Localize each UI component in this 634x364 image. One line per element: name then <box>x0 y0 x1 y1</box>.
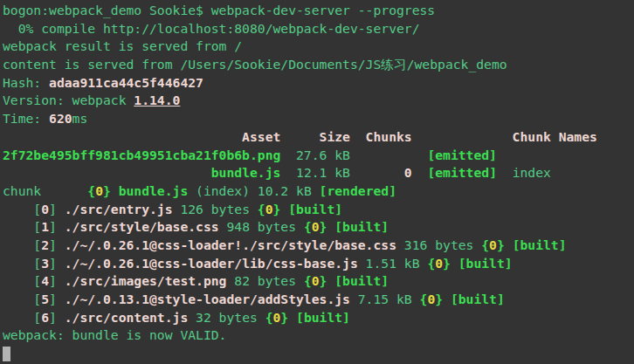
terminal-text-segment: index <box>513 165 551 180</box>
terminal-text-segment <box>350 165 404 180</box>
terminal-text-segment: [ <box>3 202 41 216</box>
terminal-text-segment: } <box>443 256 451 271</box>
terminal-line <box>3 345 634 363</box>
terminal-text-segment: 1.51 kB <box>358 256 428 271</box>
terminal-text-segment: 0 <box>435 256 443 271</box>
terminal-text-segment: Time: <box>3 111 49 126</box>
terminal-text-segment: [ <box>3 256 41 271</box>
terminal-text-segment: [emitted] <box>427 165 497 180</box>
terminal-line: content is served from /Users/Sookie/Doc… <box>3 56 634 74</box>
terminal-text-segment: 620 <box>49 111 72 126</box>
terminal-text-segment: } <box>497 237 505 252</box>
terminal-text-segment: 0 <box>427 292 435 306</box>
terminal-text-segment: chunk <box>3 183 87 198</box>
terminal-text-segment <box>327 273 334 288</box>
terminal-text-segment: 1.14.0 <box>134 93 180 107</box>
terminal-text-segment: 4 <box>41 273 49 288</box>
terminal-text-segment: bogon:webpack_demo Sookie$ webpack-dev-s… <box>3 3 435 17</box>
terminal-text-segment: { <box>304 219 312 234</box>
terminal-text-segment: ./~/.0.13.1@style-loader/addStyles.js <box>65 292 350 306</box>
terminal-text-segment: [ <box>3 310 41 325</box>
terminal-text-segment <box>350 148 427 162</box>
terminal-text-segment: { <box>481 237 489 252</box>
terminal-window[interactable]: bogon:webpack_demo Sookie$ webpack-dev-s… <box>0 0 634 364</box>
terminal-text-segment: ] <box>49 273 65 288</box>
terminal-text-segment: 82 bytes <box>226 273 303 288</box>
terminal-text-segment: { <box>427 256 435 271</box>
terminal-text-segment: 27.6 kB <box>280 148 350 162</box>
terminal-text-segment: 12.1 kB <box>280 165 350 180</box>
terminal-text-segment: } <box>103 183 111 198</box>
terminal-text-segment <box>505 237 513 252</box>
terminal-text-segment <box>288 310 296 325</box>
terminal-cursor <box>3 347 10 361</box>
terminal-line: 0% compile http://localhost:8080/webpack… <box>3 20 634 38</box>
terminal-text-segment <box>443 292 451 306</box>
terminal-text-segment: 1 <box>41 219 49 234</box>
terminal-text-segment <box>327 219 334 234</box>
terminal-text-segment: } <box>280 310 288 325</box>
terminal-text-segment: ] <box>49 219 65 234</box>
terminal-text-segment: [ <box>3 292 41 306</box>
terminal-text-segment: [ <box>3 273 41 288</box>
terminal-text-segment: ms <box>72 111 88 126</box>
terminal-text-segment: webpack result is served from / <box>3 38 242 53</box>
terminal-text-segment: adaa911ca44c5f446427 <box>49 75 203 90</box>
terminal-text-segment: 0% compile http://localhost:8080/webpack… <box>3 21 420 36</box>
terminal-text-segment: Asset Size Chunks Chunk Names <box>3 129 597 144</box>
terminal-text-segment: ./src/style/base.css <box>65 219 219 234</box>
terminal-line: webpack: bundle is now VALID. <box>3 326 634 345</box>
terminal-line: Hash: adaa911ca44c5f446427 <box>3 74 634 93</box>
terminal-text-segment: 3 <box>41 256 49 271</box>
terminal-text-segment: Hash: <box>3 75 49 90</box>
terminal-line: [3] ./~/.0.26.1@css-loader/lib/css-base.… <box>3 255 634 273</box>
terminal-line: [1] ./src/style/base.css 948 bytes {0} [… <box>3 218 634 237</box>
terminal-text-segment: ] <box>49 237 65 252</box>
terminal-text-segment: [emitted] <box>427 148 497 162</box>
terminal-text-segment: 32 bytes <box>188 310 265 325</box>
terminal-text-segment: 0 <box>312 219 320 234</box>
terminal-text-segment: 0 <box>265 202 273 216</box>
terminal-text-segment: bundle.js <box>211 165 281 180</box>
terminal-text-segment: 0 <box>404 165 412 180</box>
terminal-text-segment: ] <box>49 310 65 325</box>
terminal-text-segment: [built] <box>334 219 389 234</box>
terminal-line: bundle.js 12.1 kB 0 [emitted] index <box>3 164 634 182</box>
terminal-line: bogon:webpack_demo Sookie$ webpack-dev-s… <box>3 2 634 20</box>
terminal-text-segment: [built] <box>451 292 505 306</box>
terminal-text-segment: 5 <box>41 292 49 306</box>
terminal-text-segment: 7.15 kB <box>350 292 420 306</box>
terminal-text-segment: [built] <box>513 237 567 252</box>
terminal-text-segment: (index) 10.2 kB <box>188 183 319 198</box>
terminal-text-segment: [built] <box>288 202 342 216</box>
terminal-text-segment <box>3 165 211 180</box>
terminal-line: 2f72be495bff981cb49951cba21f0b6b.png 27.… <box>3 147 634 165</box>
terminal-text-segment: 0 <box>489 237 497 252</box>
terminal-text-segment: Version: webpack <box>3 93 134 107</box>
terminal-text-segment: ./src/content.js <box>65 310 188 325</box>
terminal-text-segment: 6 <box>41 310 49 325</box>
terminal-line: Time: 620ms <box>3 110 634 128</box>
terminal-text-segment: ./~/.0.26.1@css-loader/lib/css-base.js <box>65 256 358 271</box>
terminal-line: [0] ./src/entry.js 126 bytes {0} [built] <box>3 201 634 219</box>
terminal-line: Version: webpack 1.14.0 <box>3 92 634 110</box>
terminal-text-segment: { <box>265 310 273 325</box>
terminal-text-segment: webpack: bundle is now VALID. <box>3 327 226 342</box>
terminal-line: [2] ./~/.0.26.1@css-loader!./src/style/b… <box>3 237 634 255</box>
terminal-text-segment: } <box>435 292 443 306</box>
terminal-text-segment <box>412 165 428 180</box>
terminal-text-segment: 0 <box>41 202 49 216</box>
terminal-text-segment: ] <box>49 256 65 271</box>
terminal-text-segment: { <box>87 183 95 198</box>
terminal-text-segment: 0 <box>312 273 320 288</box>
terminal-text-segment <box>497 165 513 180</box>
terminal-text-segment: 126 bytes <box>173 202 258 216</box>
terminal-text-segment <box>280 202 288 216</box>
terminal-text-segment <box>111 183 119 198</box>
terminal-text-segment: [rendered] <box>320 183 396 198</box>
terminal-text-segment: ./~/.0.26.1@css-loader!./src/style/base.… <box>65 237 396 252</box>
terminal-line: Asset Size Chunks Chunk Names <box>3 128 634 147</box>
terminal-text-segment: [built] <box>334 273 389 288</box>
terminal-text-segment: ./src/images/test.png <box>65 273 227 288</box>
terminal-line: [5] ./~/.0.13.1@style-loader/addStyles.j… <box>3 291 634 309</box>
